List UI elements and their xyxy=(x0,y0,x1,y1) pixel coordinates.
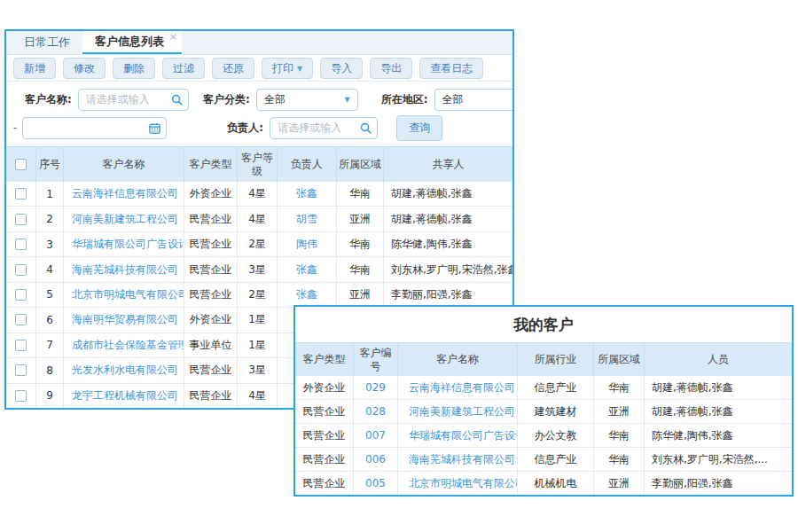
filter-button[interactable]: 过滤 xyxy=(162,58,205,79)
table-header: 序号 客户名称 客户类型 客户等级 负责人 所属区域 共享人 xyxy=(6,146,512,182)
print-button[interactable]: 打印▼ xyxy=(262,58,313,79)
customer-name-link[interactable]: 光发水利水电有限公司 xyxy=(72,363,178,378)
owner-link[interactable]: 陶伟 xyxy=(296,237,317,252)
customer-name-link[interactable]: 河南美新建筑工程公司 xyxy=(72,212,178,227)
print-button-label: 打印 xyxy=(272,62,293,74)
customer-code-link[interactable]: 006 xyxy=(365,453,386,466)
row-checkbox[interactable] xyxy=(15,239,27,250)
customer-name-link[interactable]: 海南明华贸易有限公司 xyxy=(72,312,178,327)
row-checkbox[interactable] xyxy=(15,314,27,325)
select-all-checkbox[interactable] xyxy=(15,159,27,170)
cell-region: 华南 xyxy=(594,424,645,447)
cell-no: 5 xyxy=(36,283,64,307)
cell-people: 胡建,蒋德帧,张鑫 xyxy=(645,376,792,399)
cell-type: 民营企业 xyxy=(295,472,354,495)
search-icon[interactable] xyxy=(171,94,183,108)
cell-region: 亚洲 xyxy=(337,207,384,231)
row-checkbox[interactable] xyxy=(15,289,27,301)
my-customers-title: 我的客户 xyxy=(295,307,792,342)
customer-name-link[interactable]: 海南芜城科技有限公司 xyxy=(72,262,178,278)
row-checkbox-cell xyxy=(6,182,36,206)
cell-type: 民营企业 xyxy=(295,448,354,471)
tab-customer-list[interactable]: 客户信息列表 × xyxy=(82,31,182,54)
cell-no: 8 xyxy=(36,358,64,382)
customer-name-link[interactable]: 北京市明城电气有限公司 xyxy=(72,287,184,302)
cell-type: 外资企业 xyxy=(184,308,238,332)
cell-region: 华南 xyxy=(594,376,645,399)
search-icon[interactable] xyxy=(360,122,372,137)
toolbar: 新增 修改 删除 过滤 还原 打印▼ 导入 导出 查看日志 xyxy=(6,55,512,82)
row-checkbox[interactable] xyxy=(15,390,27,402)
category-label: 客户分类: xyxy=(203,92,250,107)
tab-daily-work[interactable]: 日常工作 xyxy=(12,31,82,54)
owner-field-wrap xyxy=(270,117,378,139)
cell-type: 民营企业 xyxy=(184,384,238,408)
customer-name-link[interactable]: 华瑞城有限公司广告设计部 xyxy=(409,428,518,443)
export-button[interactable]: 导出 xyxy=(370,58,412,79)
customer-name-link[interactable]: 成都市社会保险基金管理... xyxy=(72,338,184,353)
delete-button[interactable]: 删除 xyxy=(113,58,155,79)
cell-level: 3星 xyxy=(238,358,278,382)
cell-type: 民营企业 xyxy=(184,257,238,281)
customer-name-link[interactable]: 云南海祥信息有限公司 xyxy=(72,186,178,201)
list-item: 民营企业028河南美新建筑工程公司建筑建材亚洲胡建,蒋德帧,张鑫 xyxy=(295,400,792,424)
owner-link[interactable]: 张鑫 xyxy=(296,186,317,201)
modify-button[interactable]: 修改 xyxy=(63,58,106,79)
cell-region: 华南 xyxy=(594,448,645,471)
owner-link[interactable]: 胡雪 xyxy=(296,212,317,227)
table-row: 1云南海祥信息有限公司外资企业4星张鑫华南胡建,蒋德帧,张鑫 xyxy=(6,182,512,207)
owner-link[interactable]: 张鑫 xyxy=(296,287,317,302)
owner-link[interactable]: 张鑫 xyxy=(296,262,317,278)
customer-code-link[interactable]: 007 xyxy=(365,429,386,442)
cell-type: 民营企业 xyxy=(184,283,238,307)
cell-shared: 陈华健,陶伟,张鑫 xyxy=(384,232,512,256)
cell-type: 民营企业 xyxy=(295,400,354,423)
row-checkbox-cell xyxy=(6,257,36,281)
region-select[interactable]: 全部 xyxy=(434,89,512,111)
header-region: 所属区域 xyxy=(594,343,645,376)
import-button[interactable]: 导入 xyxy=(320,58,363,79)
category-select[interactable]: 全部 ▼ xyxy=(256,89,358,111)
cell-shared: 胡建,蒋德帧,张鑫 xyxy=(384,182,512,206)
cell-no: 9 xyxy=(36,384,64,408)
customer-code-link[interactable]: 005 xyxy=(365,477,386,489)
category-value: 全部 xyxy=(264,92,286,107)
cell-level: 3星 xyxy=(238,257,278,281)
cell-no: 3 xyxy=(36,232,64,256)
add-button[interactable]: 新增 xyxy=(13,58,56,79)
restore-button[interactable]: 还原 xyxy=(212,58,254,79)
date-input[interactable] xyxy=(22,117,167,139)
view-log-button[interactable]: 查看日志 xyxy=(419,58,483,79)
customer-code-link[interactable]: 028 xyxy=(365,405,386,418)
customer-name-link[interactable]: 云南海祥信息有限公司 xyxy=(409,380,515,395)
row-checkbox[interactable] xyxy=(15,188,27,200)
header-type: 客户类型 xyxy=(295,343,354,376)
calendar-icon[interactable] xyxy=(149,122,160,137)
row-checkbox[interactable] xyxy=(15,264,27,276)
customer-code-link[interactable]: 029 xyxy=(365,381,386,394)
table-row: 2河南美新建筑工程公司民营企业4星胡雪亚洲胡建,蒋德帧,张鑫 xyxy=(6,207,512,231)
region-value: 全部 xyxy=(442,92,464,107)
row-checkbox-cell xyxy=(6,232,36,256)
cell-industry: 信息产业 xyxy=(518,376,594,399)
cell-level: 2星 xyxy=(238,232,278,256)
row-checkbox[interactable] xyxy=(15,340,27,351)
customer-name-link[interactable]: 北京市明城电气有限公司 xyxy=(409,476,518,491)
cell-people: 刘东林,罗广明,宋浩然,... xyxy=(645,448,792,471)
cell-industry: 机械机电 xyxy=(518,472,594,495)
header-name: 客户名称 xyxy=(64,147,184,182)
cell-no: 7 xyxy=(36,333,64,357)
customer-name-link[interactable]: 河南美新建筑工程公司 xyxy=(409,404,515,419)
cell-region: 亚洲 xyxy=(337,283,384,307)
query-button[interactable]: 查询 xyxy=(396,115,442,141)
row-checkbox[interactable] xyxy=(15,214,27,225)
my-customers-body: 外资企业029云南海祥信息有限公司信息产业华南胡建,蒋德帧,张鑫民营企业028河… xyxy=(295,376,792,495)
cell-region: 华南 xyxy=(337,257,384,281)
row-checkbox[interactable] xyxy=(15,364,27,376)
customer-name-link[interactable]: 龙宇工程机械有限公司 xyxy=(72,388,178,403)
cell-people: 胡建,蒋德帧,张鑫 xyxy=(645,400,792,423)
cell-region: 亚洲 xyxy=(594,400,645,423)
close-icon[interactable]: × xyxy=(169,32,177,42)
customer-name-link[interactable]: 海南芜城科技有限公司 xyxy=(409,452,515,467)
customer-name-link[interactable]: 华瑞城有限公司广告设计部 xyxy=(72,237,184,252)
